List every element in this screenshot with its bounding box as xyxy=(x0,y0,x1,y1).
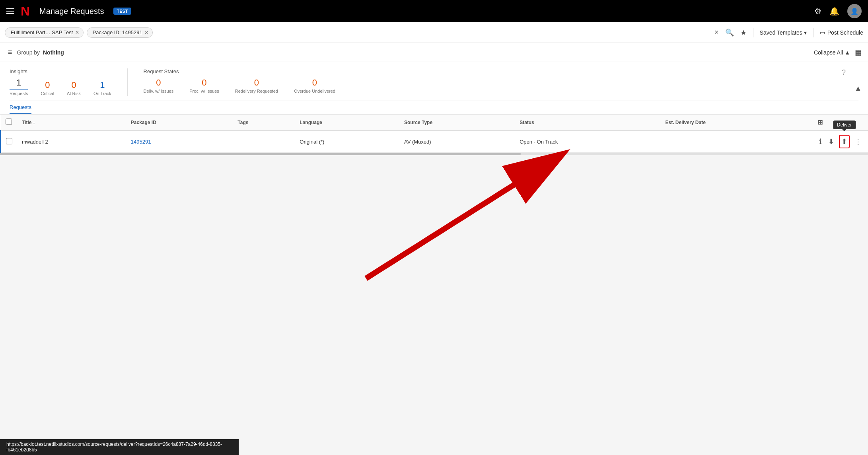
metric-label-on-track: On Track xyxy=(93,91,111,96)
deliver-button[interactable]: ⬆ xyxy=(839,135,850,148)
calendar-view-button[interactable]: ▦ xyxy=(855,48,862,57)
filter-chip-package[interactable]: Package ID: 1495291 × xyxy=(87,27,153,38)
metric-proc-issues: 0 Proc. w/ Issues xyxy=(189,78,219,93)
chevron-down-icon: ▾ xyxy=(804,29,807,36)
col-status: Status xyxy=(515,115,660,130)
metric-overdue: 0 Overdue Undelivered xyxy=(294,78,335,93)
calendar-small-icon: ▭ xyxy=(820,29,825,36)
insights-panel: Insights 1 Requests 0 Critical 0 At Risk… xyxy=(0,62,868,115)
post-schedule-button[interactable]: ▭ Post Schedule xyxy=(820,29,863,36)
row-tags xyxy=(233,130,295,153)
chip-close-icon[interactable]: × xyxy=(75,29,79,36)
col-est-delivery: Est. Delivery Date xyxy=(660,115,813,130)
metric-label-critical: Critical xyxy=(41,91,54,96)
states-metrics: 0 Deliv. w/ Issues 0 Proc. w/ Issues 0 R… xyxy=(144,78,858,93)
help-icon[interactable]: ? xyxy=(842,68,846,77)
column-settings-icon[interactable]: ⊞ xyxy=(817,119,823,126)
download-icon: ⬇ xyxy=(828,137,834,146)
row-checkbox[interactable] xyxy=(6,138,12,144)
info-icon: ℹ xyxy=(819,137,822,146)
table-container: Title ↓ Package ID Tags Language Source … xyxy=(0,115,868,155)
filter-toggle-button[interactable]: ≡ xyxy=(6,47,14,58)
metric-value-critical: 0 xyxy=(41,80,54,90)
download-button[interactable]: ⬇ xyxy=(827,136,836,148)
metric-label-redelivery: Redelivery Requested xyxy=(235,89,278,93)
row-language: Original (*) xyxy=(295,130,399,153)
table-row: mwaddell 2 1495291 Original (*) AV (Muxe… xyxy=(1,130,868,153)
col-tags: Tags xyxy=(233,115,295,130)
group-by-label: Group by xyxy=(17,49,40,56)
insights-tabs: Requests xyxy=(10,101,858,114)
test-badge: TEST xyxy=(113,8,131,15)
metric-value-at-risk: 0 xyxy=(67,80,81,90)
divider xyxy=(813,28,814,37)
metric-label-requests: Requests xyxy=(10,91,28,96)
toolbar: ≡ Group by Nothing Collapse All ▲ ▦ xyxy=(0,43,868,62)
collapse-all-label: Collapse All xyxy=(814,49,843,56)
nav-icons: ⚙ 🔔 👤 xyxy=(814,4,862,18)
metric-label-deliv: Deliv. w/ Issues xyxy=(144,89,174,93)
sort-icon: ↓ xyxy=(33,120,35,125)
metric-at-risk: 0 At Risk xyxy=(67,80,81,96)
collapse-all-button[interactable]: Collapse All ▲ xyxy=(814,49,850,56)
metric-on-track: 1 On Track xyxy=(93,80,111,96)
select-all-checkbox[interactable] xyxy=(6,119,12,125)
table-body: mwaddell 2 1495291 Original (*) AV (Muxe… xyxy=(1,130,868,153)
metric-requests: 1 Requests xyxy=(10,78,28,96)
more-icon: ⋮ xyxy=(854,137,862,146)
scroll-indicator xyxy=(0,153,868,155)
divider xyxy=(753,28,753,37)
chip-close-icon[interactable]: × xyxy=(145,29,148,36)
insights-section: Insights 1 Requests 0 Critical 0 At Risk… xyxy=(10,68,128,96)
metric-critical: 0 Critical xyxy=(41,80,54,96)
saved-templates-button[interactable]: Saved Templates ▾ xyxy=(760,29,807,36)
info-button[interactable]: ℹ xyxy=(817,136,823,148)
post-schedule-label: Post Schedule xyxy=(827,29,863,36)
col-checkbox xyxy=(1,115,18,130)
chip-label: Fulfillment Part… SAP Test xyxy=(11,29,73,35)
metric-value-requests: 1 xyxy=(10,78,28,90)
metric-value-proc: 0 xyxy=(189,78,219,88)
upload-icon: ⬆ xyxy=(841,137,847,146)
more-options-button[interactable]: ⋮ xyxy=(853,136,863,148)
col-d: ⊞ xyxy=(813,115,868,130)
metric-value-redelivery: 0 xyxy=(235,78,278,88)
insights-metrics: 1 Requests 0 Critical 0 At Risk 1 On Tra… xyxy=(10,78,111,96)
notifications-button[interactable]: 🔔 xyxy=(829,6,839,16)
metric-value-overdue: 0 xyxy=(294,78,335,88)
package-id-link[interactable]: 1495291 xyxy=(131,139,151,145)
row-title: mwaddell 2 xyxy=(17,130,126,153)
filter-chip-fulfillment[interactable]: Fulfillment Part… SAP Test × xyxy=(5,27,84,38)
row-est-delivery xyxy=(660,130,813,153)
app-title: Manage Requests xyxy=(39,7,104,16)
metric-value-on-track: 1 xyxy=(93,80,111,90)
col-package-id: Package ID xyxy=(126,115,233,130)
insights-title: Insights xyxy=(10,68,111,74)
row-source-type: AV (Muxed) xyxy=(399,130,515,153)
metric-deliv-issues: 0 Deliv. w/ Issues xyxy=(144,78,174,93)
avatar[interactable]: 👤 xyxy=(847,4,862,18)
settings-button[interactable]: ⚙ xyxy=(814,6,821,16)
table-header: Title ↓ Package ID Tags Language Source … xyxy=(1,115,868,130)
scroll-thumb[interactable] xyxy=(0,153,521,155)
row-actions: ℹ ⬇ Deliver ⬆ ⋮ xyxy=(817,135,863,148)
request-states-section: Request States 0 Deliv. w/ Issues 0 Proc… xyxy=(128,68,858,93)
saved-templates-label: Saved Templates xyxy=(760,29,802,36)
request-states-title: Request States xyxy=(144,68,858,74)
row-status: Open - On Track xyxy=(515,130,660,153)
col-title[interactable]: Title ↓ xyxy=(17,115,126,130)
row-actions-cell: ℹ ⬇ Deliver ⬆ ⋮ xyxy=(813,130,868,153)
insights-collapse-button[interactable]: ▲ xyxy=(854,84,862,92)
filter-bar: Fulfillment Part… SAP Test × Package ID:… xyxy=(0,22,868,43)
group-by-value: Nothing xyxy=(43,49,64,56)
netflix-logo: N xyxy=(21,5,30,18)
metric-redelivery: 0 Redelivery Requested xyxy=(235,78,278,93)
hamburger-menu[interactable] xyxy=(6,8,14,14)
tab-requests[interactable]: Requests xyxy=(10,101,31,114)
search-button[interactable]: 🔍 xyxy=(725,28,734,37)
col-source-type: Source Type xyxy=(399,115,515,130)
chevron-up-icon: ▲ xyxy=(845,49,850,56)
star-button[interactable]: ★ xyxy=(740,28,747,37)
chip-label: Package ID: 1495291 xyxy=(93,29,142,35)
clear-all-button[interactable]: × xyxy=(714,28,719,37)
